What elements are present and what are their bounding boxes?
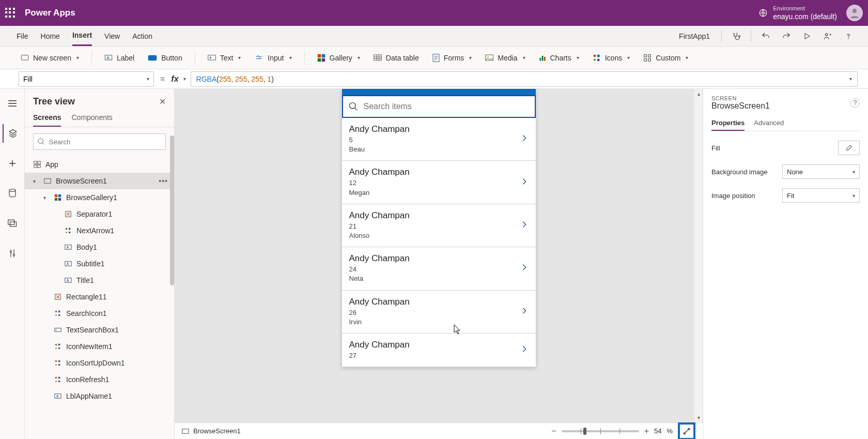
next-arrow-icon[interactable]	[520, 220, 529, 231]
tree-node-browsegallery[interactable]: ▾ BrowseGallery1	[25, 189, 174, 206]
tool-charts[interactable]: Charts ▾	[535, 52, 583, 64]
undo-button[interactable]	[756, 27, 775, 46]
tree-node-subtitle[interactable]: Subtitle1	[25, 255, 174, 272]
rail-tree-view[interactable]	[3, 124, 21, 143]
share-button[interactable]	[818, 27, 837, 46]
bg-image-select[interactable]: None ▾	[782, 164, 860, 179]
fill-color-picker[interactable]	[838, 141, 860, 155]
tree-node-lblappname[interactable]: LblAppName1	[25, 388, 174, 404]
status-screen-name[interactable]: BrowseScreen1	[193, 427, 241, 435]
img-pos-select[interactable]: Fit ▾	[782, 188, 860, 203]
rail-hamburger[interactable]	[3, 94, 22, 113]
user-avatar[interactable]	[846, 5, 863, 21]
next-arrow-icon[interactable]	[520, 307, 529, 317]
next-arrow-icon[interactable]	[520, 134, 529, 144]
next-arrow-icon[interactable]	[520, 263, 529, 274]
scroll-down-icon[interactable]: ▾	[698, 415, 700, 420]
property-selector[interactable]: Fill ▾	[19, 71, 154, 87]
svg-rect-23	[644, 54, 647, 57]
menu-home[interactable]: Home	[41, 26, 60, 46]
phone-preview[interactable]: Andy Champan5BeauAndy Champan12MeganAndy…	[342, 89, 536, 367]
menu-file[interactable]: File	[17, 26, 28, 46]
chevron-down-icon[interactable]: ▾	[849, 76, 852, 82]
rail-media[interactable]	[3, 214, 22, 233]
chevron-down-icon[interactable]: ▾	[33, 178, 39, 184]
screen-icon	[43, 177, 52, 185]
rail-data[interactable]	[3, 184, 22, 203]
phone-header-bar[interactable]	[342, 89, 536, 95]
tab-properties[interactable]: Properties	[711, 116, 745, 131]
tree-node-app[interactable]: App	[25, 156, 174, 173]
redo-button[interactable]	[777, 27, 796, 46]
more-icon[interactable]: •••	[159, 177, 168, 185]
tree-node-title[interactable]: Title1	[25, 272, 174, 289]
gallery-item[interactable]: Andy Champan12Megan	[342, 161, 536, 204]
app-checker-button[interactable]	[727, 27, 746, 46]
rp-help-button[interactable]: ?	[850, 98, 860, 108]
tree-node-browsescreen[interactable]: ▾ BrowseScreen1 •••	[25, 173, 174, 189]
next-arrow-icon[interactable]	[520, 345, 529, 355]
tree-node-iconnew[interactable]: IconNewItem1	[25, 338, 174, 355]
fit-to-window-button[interactable]	[678, 422, 695, 440]
rail-tools[interactable]	[3, 244, 22, 263]
tree-node-iconsort[interactable]: IconSortUpDown1	[25, 355, 174, 371]
tree-node-rectangle[interactable]: Rectangle11	[25, 289, 174, 305]
gallery-item[interactable]: Andy Champan5Beau	[342, 118, 536, 161]
tree-scrollbar[interactable]	[170, 135, 174, 285]
label-icon	[64, 243, 72, 251]
zoom-in-button[interactable]: +	[644, 427, 649, 436]
gallery-item-sub2: Irvin	[349, 317, 410, 327]
zoom-slider[interactable]	[562, 430, 639, 432]
tool-custom[interactable]: Custom ▾	[639, 52, 692, 64]
tree-node-separator[interactable]: Separator1	[25, 206, 174, 222]
canvas-scrollbar[interactable]: ▴ ▾	[694, 89, 703, 422]
zoom-out-button[interactable]: −	[551, 427, 556, 436]
tab-advanced[interactable]: Advanced	[754, 116, 784, 131]
app-launcher-icon[interactable]	[5, 8, 16, 18]
tree-node-nextarrow[interactable]: NextArrow1	[25, 222, 174, 239]
menu-insert[interactable]: Insert	[72, 26, 92, 46]
tool-forms[interactable]: Forms ▾	[428, 52, 476, 64]
scroll-up-icon[interactable]: ▴	[698, 91, 700, 97]
fx-label[interactable]: fx ▾	[171, 74, 190, 84]
tool-media[interactable]: Media ▾	[481, 52, 529, 64]
tab-components[interactable]: Components	[71, 113, 112, 127]
formula-input[interactable]: RGBA(255, 255, 255, 1) ▾	[191, 71, 858, 87]
app-name-label[interactable]: FirstApp1	[679, 32, 710, 40]
rp-bgimage-label: Background image	[711, 168, 767, 176]
phone-search-box[interactable]	[342, 95, 536, 118]
tool-icons[interactable]: Icons ▾	[588, 52, 634, 64]
tool-label[interactable]: Label	[100, 52, 138, 64]
gallery-item[interactable]: Andy Champan26Irvin	[342, 291, 536, 334]
gallery-item[interactable]: Andy Champan24Neta	[342, 247, 536, 290]
tool-data-table[interactable]: Data table	[369, 52, 423, 64]
tool-text[interactable]: Text ▾	[204, 52, 245, 64]
tree-node-body[interactable]: Body1	[25, 239, 174, 255]
tool-input[interactable]: Input ▾	[250, 52, 296, 64]
tree-node-textsearch[interactable]: TextSearchBox1	[25, 322, 174, 338]
tool-button[interactable]: Button	[144, 52, 186, 64]
svg-point-22	[597, 58, 600, 61]
next-arrow-icon[interactable]	[520, 177, 529, 188]
canvas-area[interactable]: Andy Champan5BeauAndy Champan12MeganAndy…	[175, 89, 703, 422]
environment-selector[interactable]: Environment enayu.com (default)	[758, 5, 837, 21]
menu-view[interactable]: View	[104, 26, 120, 46]
phone-search-input[interactable]	[343, 96, 535, 117]
gallery-item[interactable]: Andy Champan21Alonso	[342, 204, 536, 247]
menu-action[interactable]: Action	[132, 26, 152, 46]
tree-node-iconrefresh[interactable]: IconRefresh1	[25, 371, 174, 388]
help-button[interactable]	[839, 27, 858, 46]
svg-rect-38	[55, 194, 57, 197]
tree-search-input[interactable]	[33, 133, 166, 150]
environment-name: enayu.com (default)	[773, 12, 837, 21]
tool-gallery[interactable]: Gallery ▾	[313, 52, 364, 64]
play-button[interactable]	[798, 27, 816, 46]
tab-screens[interactable]: Screens	[33, 113, 61, 127]
tree-node-searchicon[interactable]: SearchIcon1	[25, 305, 174, 322]
menu-bar-right: FirstApp1	[679, 26, 868, 46]
tool-new-screen[interactable]: New screen ▾	[17, 52, 83, 64]
rail-insert[interactable]	[3, 154, 22, 173]
chevron-down-icon[interactable]: ▾	[43, 195, 50, 201]
tree-close-button[interactable]: ✕	[159, 97, 166, 107]
gallery-item[interactable]: Andy Champan27	[342, 334, 536, 367]
